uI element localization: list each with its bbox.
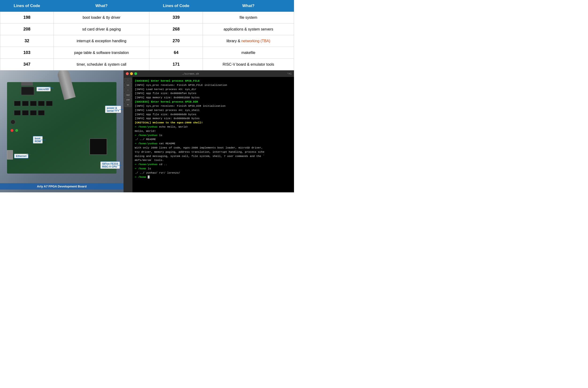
loc-cell: 198 xyxy=(0,12,54,24)
terminal-line: ➜ /home/yunhao echo Hello, World! xyxy=(135,125,292,129)
terminal-line: [INFO] App memory size: 0x00000ed0 bytes xyxy=(135,116,292,121)
terminal-line: [INFO] App memory size: 0x00001bb0 bytes xyxy=(135,96,292,100)
what-cell: timer, scheduler & system call xyxy=(54,59,149,70)
terminal-titlebar: ./screen.sh ⌃⌘1 xyxy=(124,70,294,77)
networking-tba: networking (TBA) xyxy=(241,39,270,43)
loc-cell-2: 64 xyxy=(149,47,203,59)
loc-cell-2: 268 xyxy=(149,24,203,35)
loc-cell-2: 270 xyxy=(149,35,203,47)
what-cell: interrupt & exception handling xyxy=(54,35,149,47)
col-header-what1: What? xyxy=(54,0,149,12)
table-row: 347timer, scheduler & system call171RISC… xyxy=(0,59,294,70)
terminal-title: ./screen.sh xyxy=(182,72,199,75)
power-label: power &serial TTY xyxy=(105,106,121,113)
key-shift: shift xyxy=(124,97,132,102)
sifive-label: SiFive FE310RISC-V CPU xyxy=(100,161,120,169)
board-section: microSD power &serial TTY bootROM Ethern… xyxy=(0,70,124,192)
bottom-section: microSD power &serial TTY bootROM Ethern… xyxy=(0,70,294,192)
terminal-line: ➜ /home/yunhao cd .. xyxy=(135,162,292,167)
table-row: 32interrupt & exception handling270libra… xyxy=(0,35,294,47)
terminal-line: ➜ /home ls xyxy=(135,167,292,171)
loc-cell: 103 xyxy=(0,47,54,59)
keyboard-keys: ~ tab • caps shift fn xyxy=(124,77,133,192)
table-header-row: Lines of Code What? Lines of Code What? xyxy=(0,0,294,12)
terminal-line: mkfs/mkrom` tools. xyxy=(135,158,292,162)
maximize-button[interactable] xyxy=(134,72,137,75)
key-caps: caps xyxy=(124,93,132,97)
what-cell-2: file system xyxy=(203,12,294,24)
microssd-label: microSD xyxy=(36,87,51,92)
terminal-line: [INFO] Load kernel process #4: sys_shell xyxy=(135,108,292,112)
terminal-line: ./ ../ yunhao/ rvr/ lorenzo/ xyxy=(135,171,292,175)
board-background: microSD power &serial TTY bootROM Ethern… xyxy=(0,70,124,192)
board-caption: Arty A7 FPGA Development Board xyxy=(0,183,124,190)
what-cell: sd card driver & paging xyxy=(54,24,149,35)
terminal-line: Hello, World! xyxy=(135,129,292,133)
minimize-button[interactable] xyxy=(130,72,133,75)
loc-cell: 347 xyxy=(0,59,54,70)
loc-cell-2: 171 xyxy=(149,59,203,70)
ethernet-label: Ethernet xyxy=(14,154,28,158)
loc-cell: 208 xyxy=(0,24,54,35)
terminal-cursor xyxy=(148,175,150,178)
close-button[interactable] xyxy=(126,72,129,75)
key-tab: tab xyxy=(124,83,132,87)
loc-cell-2: 339 xyxy=(149,12,203,24)
what-cell-2: RISC-V board & emulator tools xyxy=(203,59,294,70)
terminal-line: [INFO] Load kernel process #3: sys_dir xyxy=(135,87,292,92)
terminal-output: [SUCCESS] Enter kernel process GPID_FILE… xyxy=(133,77,294,192)
key-tilde: ~ xyxy=(124,78,132,82)
terminal-section: ./screen.sh ⌃⌘1 ~ tab • caps shift fn [S… xyxy=(124,70,294,192)
terminal-line: tty driver, memory paging, address trans… xyxy=(135,150,292,154)
col-header-loc1: Lines of Code xyxy=(0,0,54,12)
what-cell-2: applications & system servers xyxy=(203,24,294,35)
terminal-line: [SUCCESS] Enter kernel process GPID_FILE xyxy=(135,79,292,83)
terminal-line: [CRITICAL] Welcome to the egos-2000 shel… xyxy=(135,121,292,125)
key-fn: fn xyxy=(124,102,132,107)
key-dot: • xyxy=(124,88,132,92)
what-cell-2: makefile xyxy=(203,47,294,59)
lines-of-code-table: Lines of Code What? Lines of Code What? … xyxy=(0,0,294,70)
col-header-what2: What? xyxy=(203,0,294,12)
terminal-line: [INFO] sys_proc receives: Finish GPID_FI… xyxy=(135,83,292,87)
pcb-board xyxy=(7,82,116,174)
terminal-line: ./ ../ README xyxy=(135,137,292,142)
boot-rom-label: bootROM xyxy=(33,136,43,144)
terminal-line: ➜ /home/yunhao ls xyxy=(135,133,292,138)
terminal-shortcut: ⌃⌘1 xyxy=(287,72,292,75)
col-header-loc2: Lines of Code xyxy=(149,0,203,12)
table-row: 103page table & software translation64ma… xyxy=(0,47,294,59)
terminal-line: ➜ /home/yunhao cat README xyxy=(135,142,292,146)
what-cell: boot loader & tty driver xyxy=(54,12,149,24)
table-row: 198boot loader & tty driver339file syste… xyxy=(0,12,294,24)
terminal-line: duling and messaging, system call, file … xyxy=(135,154,292,158)
loc-cell: 32 xyxy=(0,35,54,47)
terminal-line: [INFO] App file size: 0x00000fa4 bytes xyxy=(135,91,292,96)
terminal-wrapper: ~ tab • caps shift fn [SUCCESS] Enter ke… xyxy=(124,77,294,192)
terminal-line: ➜ /home xyxy=(135,175,292,179)
table-row: 208sd card driver & paging268application… xyxy=(0,24,294,35)
what-cell: page table & software translation xyxy=(54,47,149,59)
table-section: Lines of Code What? Lines of Code What? … xyxy=(0,0,294,70)
terminal-line: [INFO] sys_proc receives: Finish GPID_DI… xyxy=(135,104,292,108)
terminal-line: [SUCCESS] Enter kernel process GPID_DIR xyxy=(135,100,292,104)
terminal-line: With only 2000 lines of code, egos-2000 … xyxy=(135,146,292,150)
terminal-line: [INFO] App file size: 0x000006d0 bytes xyxy=(135,112,292,117)
what-cell-2: library & networking (TBA) xyxy=(203,35,294,47)
